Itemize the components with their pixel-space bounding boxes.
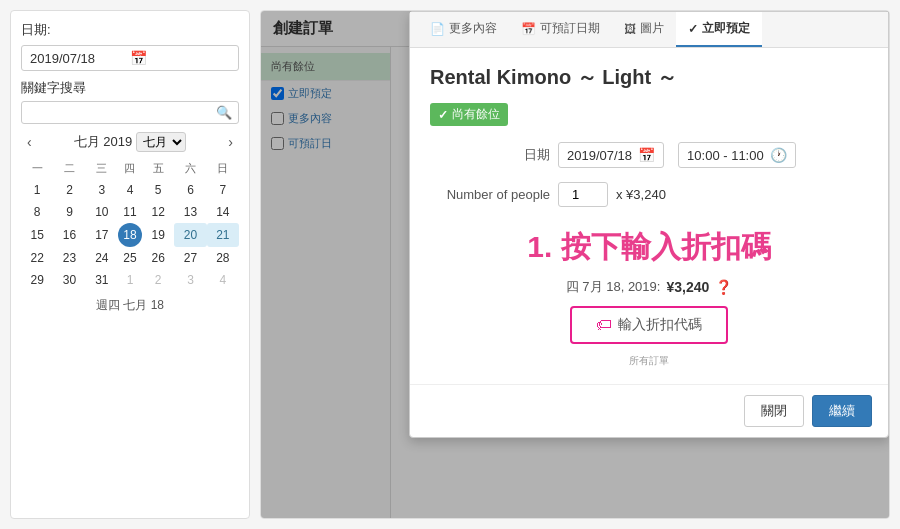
- date-form-label: 日期: [430, 146, 550, 164]
- summary-date: 四 7月 18, 2019:: [566, 278, 661, 296]
- people-input-group: x ¥3,240: [558, 182, 666, 207]
- calendar-day[interactable]: 18: [118, 223, 142, 247]
- date-form-row: 日期 2019/07/18 📅 10:00 - 11:00 🕐: [430, 142, 868, 168]
- tab-instant-book[interactable]: ✓ 立即預定: [676, 12, 762, 47]
- tab-instant-label: 立即預定: [702, 20, 750, 37]
- calendar-day[interactable]: 11: [118, 201, 142, 223]
- people-count-input[interactable]: [558, 182, 608, 207]
- calendar-day[interactable]: 16: [53, 223, 85, 247]
- date-input[interactable]: 2019/07/18 📅: [21, 45, 239, 71]
- coupon-button[interactable]: 🏷 輸入折扣代碼: [570, 306, 728, 344]
- calendar-day[interactable]: 1: [118, 269, 142, 291]
- calendar-day[interactable]: 12: [142, 201, 174, 223]
- time-field-icon: 🕐: [770, 147, 787, 163]
- calendar-day[interactable]: 13: [174, 201, 206, 223]
- instruction-text: 1. 按下輸入折扣碼: [430, 227, 868, 268]
- price-per-person: x ¥3,240: [616, 187, 666, 202]
- people-form-row: Number of people x ¥3,240: [430, 182, 868, 207]
- modal-box: 📄 更多內容 📅 可預訂日期 🖼 圖片 ✓: [409, 11, 889, 438]
- modal-overlay: 📄 更多內容 📅 可預訂日期 🖼 圖片 ✓: [261, 11, 889, 518]
- tab-images-label: 圖片: [640, 20, 664, 37]
- calendar-icon: 📅: [130, 50, 230, 66]
- date-value: 2019/07/18: [30, 51, 130, 66]
- calendar-day[interactable]: 10: [86, 201, 118, 223]
- calendar-day[interactable]: 7: [207, 179, 239, 201]
- modal-title: Rental Kimono ～ Light ～: [430, 64, 868, 91]
- calendar-day[interactable]: 25: [118, 247, 142, 269]
- modal-date-value: 2019/07/18: [567, 148, 632, 163]
- calendar-day[interactable]: 2: [53, 179, 85, 201]
- calendar-day[interactable]: 27: [174, 247, 206, 269]
- calendar-day[interactable]: 28: [207, 247, 239, 269]
- check-tab-icon: ✓: [688, 22, 698, 36]
- search-row: 🔍: [21, 101, 239, 124]
- coupon-row: 🏷 輸入折扣代碼: [430, 306, 868, 344]
- tab-more-label: 更多內容: [449, 20, 497, 37]
- calendar-day[interactable]: 17: [86, 223, 118, 247]
- tag-icon: 🏷: [596, 316, 612, 334]
- calendar-day[interactable]: 6: [174, 179, 206, 201]
- search-icon: 🔍: [216, 105, 232, 120]
- search-input[interactable]: [28, 105, 216, 120]
- time-field[interactable]: 10:00 - 11:00 🕐: [678, 142, 796, 168]
- calendar-nav: ‹ 七月 2019 七月 ›: [21, 132, 239, 152]
- content-area: 尚有餘位 立即預定 更多內容 可預訂日 📄: [261, 47, 889, 518]
- calendar-day[interactable]: 3: [174, 269, 206, 291]
- calendar-day[interactable]: 4: [118, 179, 142, 201]
- calendar-day[interactable]: 3: [86, 179, 118, 201]
- cal-tab-icon: 📅: [521, 22, 536, 36]
- calendar-day[interactable]: 24: [86, 247, 118, 269]
- image-icon: 🖼: [624, 22, 636, 36]
- calendar-day[interactable]: 14: [207, 201, 239, 223]
- calendar-day[interactable]: 1: [21, 179, 53, 201]
- month-dropdown[interactable]: 七月: [136, 132, 186, 152]
- calendar-day[interactable]: 21: [207, 223, 239, 247]
- main-container: 日期: 2019/07/18 📅 關鍵字搜尋 🔍 ‹ 七月 2019 七月 › …: [0, 0, 900, 529]
- calendar-day[interactable]: 19: [142, 223, 174, 247]
- doc-icon: 📄: [430, 22, 445, 36]
- keyword-label: 關鍵字搜尋: [21, 79, 239, 97]
- availability-text: 尚有餘位: [452, 106, 500, 123]
- modal-body: Rental Kimono ～ Light ～ ✓ 尚有餘位 日期 2019/0…: [410, 48, 888, 384]
- close-button[interactable]: 關閉: [744, 395, 804, 427]
- calendar-day[interactable]: 5: [142, 179, 174, 201]
- modal-time-value: 10:00 - 11:00: [687, 148, 764, 163]
- calendar-day[interactable]: 2: [142, 269, 174, 291]
- continue-button[interactable]: 繼續: [812, 395, 872, 427]
- availability-badge: ✓ 尚有餘位: [430, 103, 508, 126]
- help-icon[interactable]: ❓: [715, 279, 732, 295]
- summary-row: 四 7月 18, 2019: ¥3,240 ❓: [430, 278, 868, 296]
- calendar-footer: 週四 七月 18: [21, 297, 239, 314]
- tab-more-content[interactable]: 📄 更多內容: [418, 12, 509, 47]
- modal-footer: 關閉 繼續: [410, 384, 888, 437]
- right-panel: 創建訂單 尚有餘位 立即預定 更多內容 可預訂日: [260, 10, 890, 519]
- modal-tabs: 📄 更多內容 📅 可預訂日期 🖼 圖片 ✓: [410, 12, 888, 48]
- calendar-day[interactable]: 29: [21, 269, 53, 291]
- calendar-day[interactable]: 9: [53, 201, 85, 223]
- calendar-day[interactable]: 30: [53, 269, 85, 291]
- month-select: 七月 2019 七月: [74, 132, 187, 152]
- calendar-day[interactable]: 8: [21, 201, 53, 223]
- calendar-day[interactable]: 15: [21, 223, 53, 247]
- people-form-label: Number of people: [430, 187, 550, 202]
- coupon-label: 輸入折扣代碼: [618, 316, 702, 334]
- calendar-day[interactable]: 22: [21, 247, 53, 269]
- calendar-day[interactable]: 26: [142, 247, 174, 269]
- date-field-icon: 📅: [638, 147, 655, 163]
- small-note: 所有訂單: [430, 354, 868, 368]
- calendar-day[interactable]: 20: [174, 223, 206, 247]
- date-label: 日期:: [21, 21, 239, 39]
- left-panel: 日期: 2019/07/18 📅 關鍵字搜尋 🔍 ‹ 七月 2019 七月 › …: [10, 10, 250, 519]
- prev-month-button[interactable]: ‹: [21, 132, 38, 152]
- tab-bookable-dates[interactable]: 📅 可預訂日期: [509, 12, 612, 47]
- calendar-day[interactable]: 4: [207, 269, 239, 291]
- date-field[interactable]: 2019/07/18 📅: [558, 142, 664, 168]
- tab-bookable-label: 可預訂日期: [540, 20, 600, 37]
- calendar-day[interactable]: 23: [53, 247, 85, 269]
- tab-images[interactable]: 🖼 圖片: [612, 12, 676, 47]
- summary-price: ¥3,240: [666, 279, 709, 295]
- calendar-grid: 一二三四五六日 12345678910111213141516171819202…: [21, 158, 239, 291]
- next-month-button[interactable]: ›: [222, 132, 239, 152]
- calendar-day[interactable]: 31: [86, 269, 118, 291]
- avail-check-icon: ✓: [438, 108, 448, 122]
